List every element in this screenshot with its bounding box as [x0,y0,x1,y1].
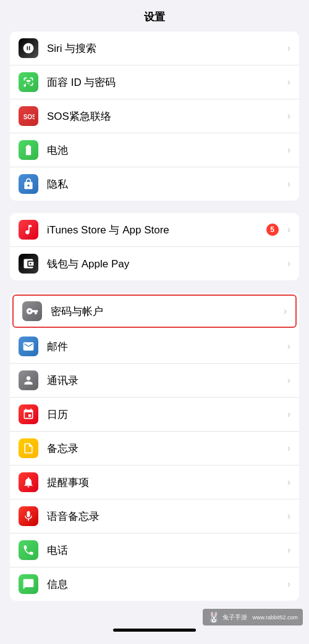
siri-icon-wrap [19,38,38,58]
phone-icon-wrap [19,540,38,560]
settings-row-contacts[interactable]: 通讯录 › [10,364,299,398]
mail-icon-wrap [19,337,38,356]
settings-row-sos[interactable]: SOS SOS紧急联络 › [10,99,299,133]
wallet-label: 钱包与 Apple Pay [47,257,282,271]
chevron-icon: › [287,477,290,488]
chevron-icon: › [287,43,290,54]
settings-group-2: iTunes Store 与 App Store 5 › 钱包与 Apple P… [10,213,299,280]
voicememo-icon-wrap [19,506,38,526]
chevron-icon: › [287,111,290,122]
passwords-icon-wrap [22,301,42,321]
chevron-icon: › [287,341,290,352]
messages-label: 信息 [47,577,282,592]
settings-row-itunes[interactable]: iTunes Store 与 App Store 5 › [10,213,299,247]
settings-row-siri[interactable]: Siri 与搜索 › [10,31,299,65]
settings-group-1: Siri 与搜索 › 面容 ID 与密码 › SOS SOS紧急联络 › 电池 … [10,31,299,201]
calendar-icon-wrap [19,404,38,424]
svg-text:SOS: SOS [23,114,35,120]
reminders-icon-wrap [19,472,38,492]
watermark-inner: 🐰 兔子手游 www.rabbit52.com [203,609,303,625]
home-indicator [113,629,196,632]
chevron-icon: › [287,178,290,190]
chevron-icon: › [287,579,290,590]
settings-row-faceid[interactable]: 面容 ID 与密码 › [10,65,299,99]
privacy-label: 隐私 [47,177,282,191]
voicememo-label: 语音备忘录 [47,509,282,524]
settings-row-reminders[interactable]: 提醒事项 › [10,466,299,500]
settings-row-passwords[interactable]: 密码与帐户 › [12,295,297,328]
chevron-icon: › [287,224,290,235]
settings-group-3: 密码与帐户 › 邮件 › 通讯录 › 日历 › 备忘录 › 提醒事项 › [10,293,299,601]
itunes-label: iTunes Store 与 App Store [47,223,266,237]
bottom-bar [0,624,309,644]
settings-row-mail[interactable]: 邮件 › [10,330,299,364]
chevron-icon: › [287,443,290,454]
settings-row-battery[interactable]: 电池 › [10,133,299,167]
settings-row-privacy[interactable]: 隐私 › [10,167,299,201]
calendar-label: 日历 [47,408,282,422]
chevron-icon: › [287,375,290,386]
battery-icon-wrap [19,140,38,160]
privacy-icon-wrap [19,174,38,194]
faceid-icon-wrap [19,72,38,92]
chevron-icon: › [284,306,287,317]
settings-row-notes[interactable]: 备忘录 › [10,432,299,466]
chevron-icon: › [287,511,290,522]
settings-row-phone[interactable]: 电话 › [10,533,299,567]
watermark-url: www.rabbit52.com [252,614,298,621]
sos-icon-wrap: SOS [19,106,38,126]
sos-label: SOS紧急联络 [47,109,282,123]
contacts-label: 通讯录 [47,374,282,388]
notes-label: 备忘录 [47,441,282,456]
passwords-label: 密码与帐户 [51,304,279,319]
watermark: 🐰 兔子手游 www.rabbit52.com [203,609,303,625]
phone-label: 电话 [47,543,282,558]
chevron-icon: › [287,144,290,156]
chevron-icon: › [287,409,290,420]
settings-row-wallet[interactable]: 钱包与 Apple Pay › [10,247,299,280]
chevron-icon: › [287,545,290,556]
battery-label: 电池 [47,143,282,157]
chevron-icon: › [287,258,290,269]
settings-row-calendar[interactable]: 日历 › [10,398,299,432]
page-title: 设置 [0,0,309,31]
reminders-label: 提醒事项 [47,475,282,490]
mail-label: 邮件 [47,340,282,354]
chevron-icon: › [287,77,290,88]
itunes-badge: 5 [266,224,279,236]
itunes-icon-wrap [19,220,38,240]
faceid-label: 面容 ID 与密码 [47,75,282,90]
watermark-text: 兔子手游 [222,613,247,622]
contacts-icon-wrap [19,370,38,390]
settings-row-voicememo[interactable]: 语音备忘录 › [10,500,299,533]
messages-icon-wrap [19,574,38,594]
siri-label: Siri 与搜索 [47,41,282,56]
notes-icon-wrap [19,438,38,458]
wallet-icon-wrap [19,254,38,274]
settings-row-messages[interactable]: 信息 › [10,567,299,601]
